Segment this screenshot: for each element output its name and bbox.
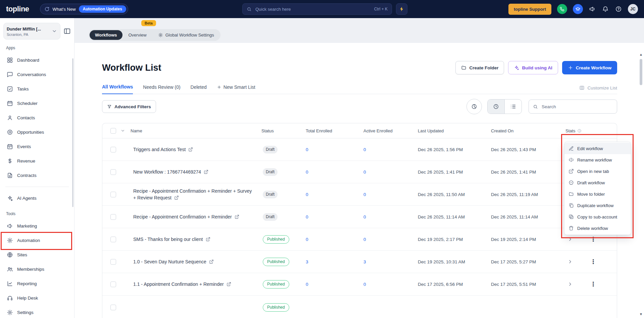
sidebar-item-ai-agents[interactable]: AI Agents: [3, 191, 71, 205]
open-workflow-icon[interactable]: [227, 282, 231, 287]
tab-new-smart-list[interactable]: New Smart List: [217, 84, 255, 94]
quick-actions-button[interactable]: [396, 3, 407, 15]
scroll-up-arrow[interactable]: ▲: [639, 53, 643, 56]
expand-stats-icon[interactable]: [567, 237, 573, 242]
row-checkbox[interactable]: [110, 237, 116, 242]
row-checkbox[interactable]: [110, 214, 116, 220]
row-checkbox[interactable]: [110, 147, 116, 152]
subnav-tab-global-workflow-settings[interactable]: Global Workflow Settings: [153, 30, 219, 40]
active-enrolled-value[interactable]: 0: [363, 170, 418, 175]
total-enrolled-value[interactable]: 0: [306, 170, 363, 175]
total-enrolled-value[interactable]: 0: [306, 192, 363, 197]
recent-view-button[interactable]: [488, 100, 504, 114]
expand-stats-icon[interactable]: [567, 259, 573, 264]
row-menu-icon[interactable]: ⋮: [590, 236, 596, 242]
create-workflow-button[interactable]: Create Workflow: [562, 61, 617, 74]
tab-needs-review-0[interactable]: Needs Review (0): [143, 84, 180, 94]
tab-deleted[interactable]: Deleted: [191, 84, 207, 94]
chart-view-button[interactable]: [466, 99, 482, 114]
sidebar-item-marketing[interactable]: Marketing: [3, 219, 71, 233]
total-enrolled-value[interactable]: 0: [306, 282, 363, 287]
account-switcher[interactable]: Dunder Mifflin [... Scranton, PA: [3, 23, 60, 40]
row-checkbox[interactable]: [110, 259, 116, 265]
sidebar-item-contacts[interactable]: Contacts: [3, 111, 71, 125]
row-checkbox[interactable]: [110, 281, 116, 287]
workflow-name-link[interactable]: 1.0 - Seven Day Nurture Sequence: [133, 259, 206, 264]
user-avatar[interactable]: JC: [628, 4, 638, 14]
automation-updates-badge[interactable]: Automation Updates: [79, 5, 126, 13]
open-workflow-icon[interactable]: [206, 237, 210, 242]
open-workflow-icon[interactable]: [188, 147, 193, 152]
sidebar-item-revenue[interactable]: Revenue: [3, 154, 71, 168]
active-enrolled-value[interactable]: 3: [363, 259, 418, 264]
active-enrolled-value[interactable]: 0: [363, 214, 418, 219]
active-enrolled-value[interactable]: 0: [363, 147, 418, 152]
sidebar-item-contracts[interactable]: Contracts: [3, 168, 71, 183]
menu-item-move-to-folder[interactable]: Move to folder: [564, 188, 631, 200]
support-button[interactable]: topline Support: [508, 4, 551, 15]
row-checkbox[interactable]: [110, 169, 116, 175]
menu-item-edit-workflow[interactable]: Edit workflow: [564, 143, 631, 154]
sidebar-scrollbar[interactable]: [72, 58, 73, 207]
help-icon[interactable]: [615, 5, 622, 13]
global-search-input[interactable]: [255, 6, 371, 12]
menu-item-duplicate-workflow[interactable]: Duplicate workflow: [564, 200, 631, 211]
sidebar-item-reporting[interactable]: Reporting: [3, 276, 71, 291]
scroll-down-arrow[interactable]: ▼: [639, 313, 643, 316]
total-enrolled-value[interactable]: 3: [306, 259, 363, 264]
menu-item-draft-workflow[interactable]: Draft workflow: [564, 177, 631, 188]
global-search-box[interactable]: Ctrl + K: [242, 3, 392, 15]
chevron-down-icon[interactable]: [120, 128, 125, 133]
sidebar-item-help-desk[interactable]: Help Desk: [3, 291, 71, 305]
grad-cap-icon[interactable]: [573, 4, 583, 14]
workflow-name-link[interactable]: Recipe - Appointment Confirmation + Remi…: [133, 188, 252, 200]
row-checkbox[interactable]: [110, 192, 116, 197]
row-checkbox[interactable]: [110, 305, 116, 310]
whats-new-button[interactable]: What's New Automation Updates: [40, 4, 128, 14]
workflow-name-link[interactable]: Recipe - Appointment Confirmation + Remi…: [133, 214, 232, 219]
sidebar-item-dashboard[interactable]: Dashboard: [3, 53, 71, 67]
menu-item-copy-to-sub-account[interactable]: Copy to sub-account: [564, 211, 631, 222]
sidebar-item-automation[interactable]: Automation: [3, 233, 71, 248]
sidebar-item-sites[interactable]: Sites: [3, 248, 71, 262]
list-view-button[interactable]: [504, 100, 522, 114]
workflow-name-link[interactable]: SMS - Thanks for being our client: [133, 237, 203, 242]
menu-item-delete-workflow[interactable]: Delete workflow: [564, 222, 631, 234]
bell-icon[interactable]: [602, 5, 609, 13]
workflow-name-link[interactable]: 1.1 - Appointment Confirmation + Reminde…: [133, 281, 224, 287]
sidebar-item-opportunities[interactable]: Opportunities: [3, 125, 71, 139]
sidebar-item-memberships[interactable]: Memberships: [3, 262, 71, 276]
build-using-ai-button[interactable]: Build using AI: [508, 61, 558, 74]
scrollbar-thumb[interactable]: [640, 59, 642, 85]
active-enrolled-value[interactable]: 0: [363, 282, 418, 287]
phone-icon[interactable]: [557, 4, 567, 14]
total-enrolled-value[interactable]: 0: [306, 237, 363, 242]
menu-item-open-in-new-tab[interactable]: Open in new tab: [564, 166, 631, 177]
create-folder-button[interactable]: Create Folder: [455, 61, 504, 74]
open-workflow-icon[interactable]: [209, 259, 214, 264]
workflow-name-link[interactable]: Triggers and Actions Test: [133, 147, 186, 152]
total-enrolled-value[interactable]: 0: [306, 214, 363, 219]
workflow-search-input[interactable]: [541, 104, 613, 110]
workflow-search-box[interactable]: [529, 100, 617, 114]
sidebar-toggle-icon[interactable]: [63, 27, 71, 35]
sidebar-item-tasks[interactable]: Tasks: [3, 82, 71, 96]
total-enrolled-value[interactable]: 0: [306, 147, 363, 152]
tab-all-workflows[interactable]: All Workflows: [102, 84, 133, 94]
customize-list-button[interactable]: Customize List: [579, 85, 617, 94]
advanced-filters-button[interactable]: Advanced Filters: [102, 100, 156, 113]
active-enrolled-value[interactable]: 0: [363, 237, 418, 242]
row-menu-icon[interactable]: ⋮: [590, 259, 596, 265]
subnav-tab-workflows[interactable]: Workflows: [90, 30, 122, 40]
row-menu-icon[interactable]: ⋮: [590, 281, 596, 287]
active-enrolled-value[interactable]: 0: [363, 192, 418, 197]
vertical-scrollbar[interactable]: ▲ ▼: [639, 53, 643, 316]
sidebar-item-events[interactable]: Events: [3, 139, 71, 154]
megaphone-icon[interactable]: [589, 5, 596, 13]
menu-item-rename-workflow[interactable]: Rename workflow: [564, 154, 631, 166]
sidebar-item-settings[interactable]: Settings: [3, 305, 71, 318]
open-workflow-icon[interactable]: [174, 195, 179, 200]
expand-stats-icon[interactable]: [567, 281, 573, 287]
sidebar-item-scheduler[interactable]: Scheduler: [3, 96, 71, 111]
open-workflow-icon[interactable]: [235, 214, 239, 219]
